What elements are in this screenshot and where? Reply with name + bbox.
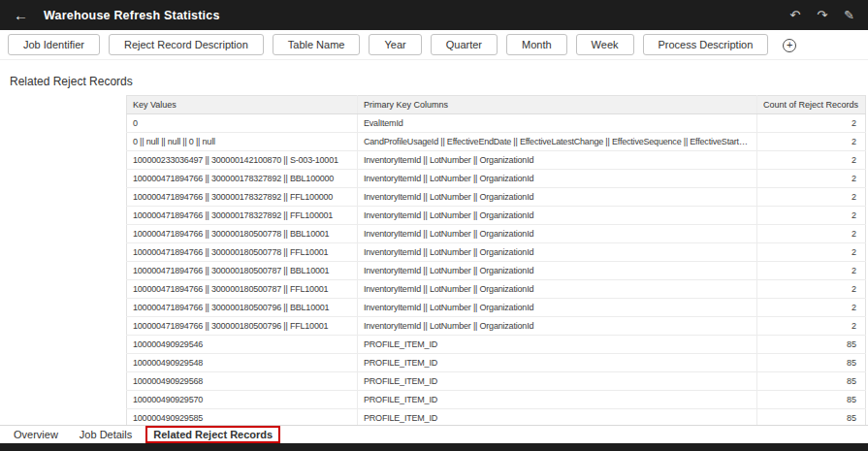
tab-job-details[interactable]: Job Details	[72, 428, 140, 441]
primary-key-columns-cell: InventoryItemId || LotNumber || Organiza…	[358, 207, 757, 225]
primary-key-columns-cell: PROFILE_ITEM_ID	[358, 336, 757, 354]
table-row[interactable]: 100000490929570PROFILE_ITEM_ID85	[127, 391, 866, 409]
filter-button-reject-record-description[interactable]: Reject Record Description	[109, 34, 264, 55]
count-cell: 2	[757, 207, 866, 225]
key-values-cell: 100000490929568	[127, 372, 358, 391]
edit-icon[interactable]: ✎	[844, 9, 854, 21]
page-title: Warehouse Refresh Statistics	[44, 9, 789, 22]
key-values-cell: 100000471894766 || 300000180500787 || BB…	[127, 262, 358, 280]
count-cell: 2	[757, 151, 866, 170]
key-values-cell: 100000471894766 || 300000180500778 || FF…	[127, 243, 358, 262]
count-cell: 2	[757, 317, 866, 336]
primary-key-columns-cell: PROFILE_ITEM_ID	[358, 391, 757, 409]
key-values-cell: 100000471894766 || 300000180500778 || BB…	[127, 225, 358, 243]
table-row[interactable]: 100000471894766 || 300000180500796 || FF…	[127, 317, 866, 336]
key-values-cell: 100000490929546	[127, 336, 358, 354]
key-values-cell: 100000471894766 || 300000178327892 || FF…	[127, 188, 358, 207]
top-bar: ← Warehouse Refresh Statistics ↶ ↷ ✎	[0, 0, 868, 30]
count-cell: 2	[757, 262, 866, 280]
back-icon[interactable]: ←	[14, 7, 28, 23]
key-values-cell: 100000490929548	[127, 354, 358, 372]
table-row[interactable]: 100000233036497 || 300000142100870 || S-…	[127, 151, 866, 170]
count-cell: 2	[757, 188, 866, 207]
key-values-cell: 100000471894766 || 300000178327892 || BB…	[127, 170, 358, 188]
count-cell: 2	[757, 114, 866, 133]
table-row[interactable]: 100000490929568PROFILE_ITEM_ID85	[127, 372, 866, 391]
filter-buttons: Job IdentifierReject Record DescriptionT…	[8, 34, 768, 55]
primary-key-columns-cell: InventoryItemId || LotNumber || Organiza…	[358, 280, 757, 299]
key-values-cell: 0 || null || null || 0 || null	[127, 133, 358, 151]
primary-key-columns-cell: InventoryItemId || LotNumber || Organiza…	[358, 188, 757, 207]
table-row[interactable]: 100000471894766 || 300000180500796 || BB…	[127, 299, 866, 317]
table-row[interactable]: 100000490929546PROFILE_ITEM_ID85	[127, 336, 866, 354]
table-header-row: Key Values Primary Key Columns Count of …	[127, 96, 866, 114]
table-row[interactable]: 0EvalItemId2	[127, 114, 866, 133]
table-row[interactable]: 100000471894766 || 300000178327892 || BB…	[127, 170, 866, 188]
table-row[interactable]: 100000471894766 || 300000180500778 || FF…	[127, 243, 866, 262]
filter-button-year[interactable]: Year	[369, 34, 421, 55]
tab-overview[interactable]: Overview	[6, 428, 66, 441]
primary-key-columns-cell: InventoryItemId || LotNumber || Organiza…	[358, 317, 757, 336]
key-values-cell: 100000471894766 || 300000180500787 || FF…	[127, 280, 358, 299]
reject-records-table-wrap: Key Values Primary Key Columns Count of …	[126, 95, 866, 428]
filter-bar: Job IdentifierReject Record DescriptionT…	[0, 30, 868, 60]
filter-button-process-description[interactable]: Process Description	[643, 34, 769, 55]
table-row[interactable]: 100000471894766 || 300000180500787 || FF…	[127, 280, 866, 299]
primary-key-columns-cell: InventoryItemId || LotNumber || Organiza…	[358, 262, 757, 280]
key-values-cell: 100000233036497 || 300000142100870 || S-…	[127, 151, 358, 170]
filter-button-job-identifier[interactable]: Job Identifier	[8, 34, 100, 55]
table-row[interactable]: 100000471894766 || 300000178327892 || FF…	[127, 188, 866, 207]
key-values-cell: 100000471894766 || 300000178327892 || FF…	[127, 207, 358, 225]
table-row[interactable]: 100000471894766 || 300000178327892 || FF…	[127, 207, 866, 225]
table-row[interactable]: 0 || null || null || 0 || nullCandProfil…	[127, 133, 866, 151]
key-values-cell: 100000471894766 || 300000180500796 || BB…	[127, 299, 358, 317]
count-cell: 2	[757, 170, 866, 188]
filter-button-quarter[interactable]: Quarter	[431, 34, 498, 55]
count-cell: 85	[757, 391, 866, 409]
count-cell: 2	[757, 133, 866, 151]
count-cell: 85	[757, 372, 866, 391]
primary-key-columns-cell: PROFILE_ITEM_ID	[358, 354, 757, 372]
primary-key-columns-cell: InventoryItemId || LotNumber || Organiza…	[358, 299, 757, 317]
filter-button-month[interactable]: Month	[506, 34, 567, 55]
key-values-cell: 100000490929570	[127, 391, 358, 409]
count-cell: 85	[757, 336, 866, 354]
redo-icon[interactable]: ↷	[817, 9, 827, 21]
filter-button-week[interactable]: Week	[576, 34, 634, 55]
topbar-actions: ↶ ↷ ✎	[789, 9, 854, 21]
primary-key-columns-cell: InventoryItemId || LotNumber || Organiza…	[358, 170, 757, 188]
undo-icon[interactable]: ↶	[789, 9, 800, 21]
reject-records-tbody: 0EvalItemId20 || null || null || 0 || nu…	[127, 114, 866, 428]
footer-tabs: OverviewJob DetailsRelated Reject Record…	[0, 425, 868, 443]
primary-key-columns-cell: InventoryItemId || LotNumber || Organiza…	[358, 151, 757, 170]
plus-icon: +	[783, 39, 796, 52]
section-title: Related Reject Records	[10, 75, 868, 88]
bottom-bar	[0, 443, 868, 451]
primary-key-columns-cell: PROFILE_ITEM_ID	[358, 372, 757, 391]
column-header-key-values[interactable]: Key Values	[127, 96, 358, 114]
column-header-primary-key-columns[interactable]: Primary Key Columns	[358, 96, 757, 114]
count-cell: 2	[757, 299, 866, 317]
count-cell: 2	[757, 225, 866, 243]
primary-key-columns-cell: EvalItemId	[358, 114, 757, 133]
count-cell: 2	[757, 243, 866, 262]
filter-button-table-name[interactable]: Table Name	[273, 34, 361, 55]
add-filter-button[interactable]: +	[783, 37, 796, 52]
table-row[interactable]: 100000490929548PROFILE_ITEM_ID85	[127, 354, 866, 372]
primary-key-columns-cell: CandProfileUsageId || EffectiveEndDate |…	[358, 133, 757, 151]
count-cell: 2	[757, 280, 866, 299]
table-row[interactable]: 100000471894766 || 300000180500787 || BB…	[127, 262, 866, 280]
table-row[interactable]: 100000471894766 || 300000180500778 || BB…	[127, 225, 866, 243]
key-values-cell: 0	[127, 114, 358, 133]
reject-records-table: Key Values Primary Key Columns Count of …	[126, 95, 866, 428]
tab-related-reject-records[interactable]: Related Reject Records	[145, 426, 280, 443]
primary-key-columns-cell: InventoryItemId || LotNumber || Organiza…	[358, 225, 757, 243]
primary-key-columns-cell: InventoryItemId || LotNumber || Organiza…	[358, 243, 757, 262]
column-header-count[interactable]: Count of Reject Records	[757, 96, 866, 114]
count-cell: 85	[757, 354, 866, 372]
key-values-cell: 100000471894766 || 300000180500796 || FF…	[127, 317, 358, 336]
